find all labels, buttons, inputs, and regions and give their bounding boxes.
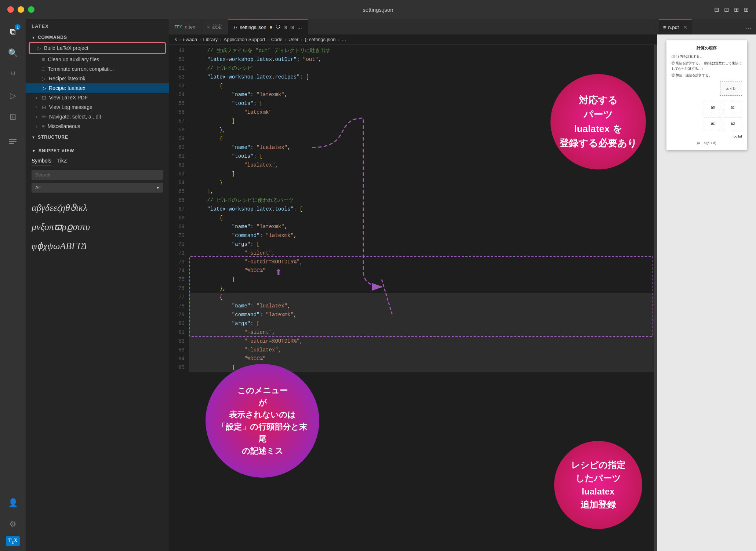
code-line-75: ]	[189, 275, 654, 284]
code-line-65: ],	[189, 187, 654, 196]
cmd-misc[interactable]: › ≡ Miscellaneous	[26, 121, 169, 131]
recipe-lualatex-icon: ▷	[42, 85, 46, 91]
window-controls	[7, 6, 34, 13]
ln-70: 70	[169, 231, 189, 240]
json-tab-icon: {}	[234, 25, 237, 29]
latex-panel-icon[interactable]	[4, 132, 22, 150]
ntex-tab-icon: TEX	[175, 25, 182, 29]
formula-row-bottom: bcbd	[734, 135, 742, 138]
search-icon[interactable]: 🔍	[4, 44, 22, 62]
cmd-terminate[interactable]: □ Terminate current compilati...	[26, 64, 169, 74]
ln-78: 78	[169, 302, 189, 310]
code-line-84: "%DOC%"	[189, 354, 654, 363]
shield-icon: 🛡	[276, 25, 280, 30]
breadcrumb-ellipsis[interactable]: …	[342, 37, 346, 42]
ln-56: 56	[169, 108, 189, 117]
breadcrumb-library[interactable]: Library	[203, 37, 218, 42]
tab-tikz[interactable]: TikZ	[57, 158, 67, 165]
titlebar-actions: ⊟ ⊡ ⊞ ⊞	[714, 6, 749, 13]
maximize-button[interactable]	[28, 6, 34, 13]
sep6: ›	[301, 37, 302, 42]
tab-symbols[interactable]: Symbols	[32, 158, 51, 165]
cmd-recipe-lualatex[interactable]: ▷ Recipe: lualatex	[26, 83, 169, 93]
code-line-50: "latex-workshop.latex.outDir": "out",	[189, 55, 654, 64]
snippet-dropdown[interactable]: All ▾	[32, 183, 163, 193]
ln-57: 57	[169, 117, 189, 125]
settings-tab-icon: ≡	[207, 25, 210, 29]
cmd-view-log-label: View Log message	[49, 104, 92, 110]
svg-rect-1	[9, 141, 17, 142]
code-line-81: "-silent",	[189, 328, 654, 337]
run-icon[interactable]: ▷	[4, 87, 22, 105]
structure-section-header[interactable]: ▼ STRUCTURE	[26, 133, 169, 141]
ln-65: 65	[169, 187, 189, 196]
pdf-list-2: ② 乗法を計算する。（除法は逆数にして乗法にしてから計算する。）	[672, 61, 742, 71]
snippet-label: SNIPPET VIEW	[39, 148, 74, 153]
ln-51: 51	[169, 64, 189, 73]
settings-icon[interactable]: ⚙	[4, 515, 22, 533]
formula-box-ac2: ac	[704, 117, 722, 130]
tex-badge[interactable]: TEX	[6, 536, 19, 546]
cmd-clean[interactable]: ≡ Clean up auxiliary files	[26, 55, 169, 64]
ln-63: 63	[169, 169, 189, 178]
svg-rect-0	[9, 139, 17, 140]
extensions-icon[interactable]: ⊞	[4, 108, 22, 126]
minimize-button[interactable]	[18, 6, 24, 13]
modified-dot: ●	[269, 24, 273, 30]
json-tab-label: settings.json	[240, 25, 266, 30]
ln-58: 58	[169, 125, 189, 134]
breadcrumb-appsupport[interactable]: Application Support	[224, 37, 265, 42]
code-line-66: // ビルドのレシピに使われるパーツ	[189, 196, 654, 205]
tab-settings-json[interactable]: {} settings.json ● 🛡 ⊡ ⊡ …	[228, 19, 308, 34]
panel-layout-icon[interactable]: ⊟	[714, 6, 719, 13]
code-line-67: "latex-workshop.latex.tools": [	[189, 205, 654, 214]
cmd-misc-label: Miscellaneous	[48, 123, 80, 129]
panel-toggle-icon[interactable]: ⊞	[734, 6, 739, 13]
breadcrumb-code[interactable]: Code	[271, 37, 283, 42]
snippet-search-input[interactable]	[32, 170, 163, 180]
code-wrapper: 49 50 51 52 53 54 55 56 57 58 59 60 61 6…	[169, 45, 657, 551]
tab-npdf[interactable]: ≡ n.pdf ✕	[659, 19, 692, 34]
source-control-icon[interactable]: ⑂	[4, 65, 22, 84]
ln-60: 60	[169, 143, 189, 152]
formula-box-ab: ab	[704, 101, 722, 114]
breadcrumb-s[interactable]: s	[175, 37, 177, 42]
tab-ntex[interactable]: TEX n.tex	[169, 19, 201, 34]
pdf-more-icon[interactable]: …	[742, 23, 755, 31]
bubble-recipe-lualatex: レシピの指定したパーツlualatex追加登録	[554, 441, 642, 529]
ln-64: 64	[169, 178, 189, 187]
cmd-recipe-latexmk[interactable]: ▷ Recipe: latexmk	[26, 74, 169, 83]
cmd-view-pdf[interactable]: › ⊡ View LaTeX PDF	[26, 93, 169, 102]
commands-label: COMMANDS	[38, 35, 67, 40]
breadcrumb-iwada[interactable]: i-wada	[183, 37, 197, 42]
sidebar-toggle-icon[interactable]: ⊡	[724, 6, 729, 13]
code-line-71: "args": [	[189, 240, 654, 249]
ln-75: 75	[169, 275, 189, 284]
cmd-navigate[interactable]: › ✏ Navigate, select, a...dit	[26, 112, 169, 121]
cmd-build-latex[interactable]: ▷ Build LaTeX project	[29, 42, 166, 54]
pdf-formulas: a × b ab ac ac ad bcbd (a	[672, 81, 742, 145]
code-line-63: ]	[189, 169, 654, 178]
account-icon[interactable]: 👤	[4, 494, 22, 512]
cmd-view-log[interactable]: › ⊟ View Log message	[26, 102, 169, 112]
ln-77: 77	[169, 293, 189, 302]
sidebar-header: LATEX	[26, 19, 169, 33]
pdf-list-1: ① ( ) 内を計算する。	[672, 54, 742, 59]
build-icon: ▷	[37, 45, 41, 51]
pdf-close-btn[interactable]: ✕	[683, 25, 687, 30]
breadcrumb-user[interactable]: User	[288, 37, 298, 42]
sep4: ›	[267, 37, 269, 42]
vertical-scrollbar[interactable]	[654, 45, 657, 551]
ln-69: 69	[169, 222, 189, 231]
breadcrumb-json[interactable]: {} settings.json	[305, 37, 336, 42]
tab-settings[interactable]: ≡ 設定	[201, 19, 228, 34]
more-icon[interactable]: ⊞	[744, 6, 749, 13]
explorer-icon[interactable]: ⧉ 1	[4, 23, 22, 41]
cmd-view-pdf-label: View LaTeX PDF	[49, 95, 88, 101]
structure-label: STRUCTURE	[38, 135, 68, 140]
close-button[interactable]	[7, 6, 14, 13]
commands-section-header[interactable]: ▼ COMMANDS	[26, 33, 169, 41]
sidebar: LATEX ▼ COMMANDS ▷ Build LaTeX project ≡…	[26, 19, 169, 551]
ln-62: 62	[169, 161, 189, 169]
code-line-79: "command": "latexmk",	[189, 310, 654, 319]
